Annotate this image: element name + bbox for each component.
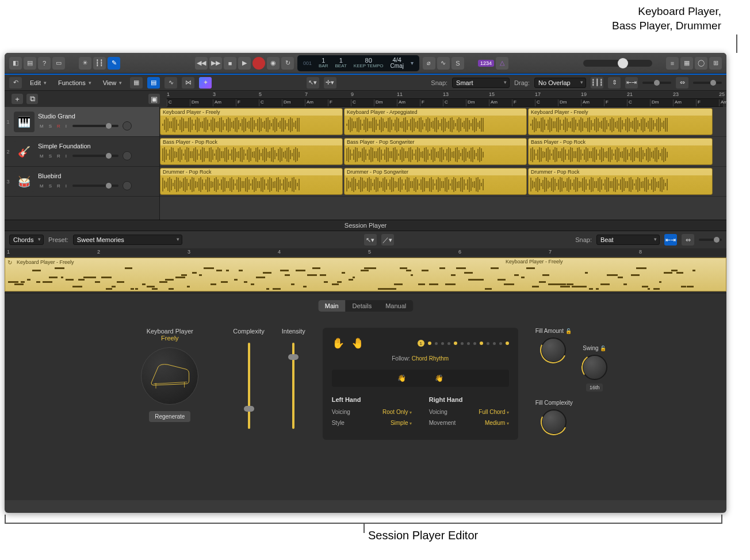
count-in-badge[interactable]: 1234 [478,60,494,67]
input-monitor-button[interactable]: I [64,183,68,189]
chord-label[interactable]: C [167,99,172,106]
transport-display[interactable]: 001 1BAR 1BEAT 80KEEP TEMPO 4/4Cmaj ▾ [297,55,419,71]
track-header-config-button[interactable]: ▣ [148,94,160,104]
record-enable-button[interactable]: R [55,154,62,159]
lh-style-value[interactable]: Simple [391,420,412,426]
library-button[interactable]: ◧ [9,57,22,70]
replace-button[interactable]: ⌀ [423,57,435,70]
chord-label[interactable]: C [535,99,540,106]
chord-label[interactable]: C [627,99,632,106]
browser-button[interactable]: ⊞ [709,57,722,70]
follow-value[interactable]: Chord Rhythm [412,355,449,362]
chord-label[interactable]: Am [581,99,590,106]
regenerate-button[interactable]: Regenerate [149,411,190,422]
volume-slider[interactable] [72,125,118,127]
solo-button[interactable]: S [47,183,53,189]
left-hand-icon[interactable]: ✋ [332,337,345,350]
region-row[interactable]: Drummer - Pop RockDrummer - Pop Songwrit… [160,167,726,197]
region[interactable]: Bass Player - Pop Rock [528,138,713,165]
dot-1[interactable]: 1 [418,340,424,347]
chord-label[interactable]: Am [305,99,313,106]
ai-button[interactable]: ✦ [199,77,212,89]
lh-voicing-value[interactable]: Root Only [382,409,412,415]
back-button[interactable]: ↶ [9,77,22,89]
metronome-button[interactable]: △ [496,57,508,70]
complexity-slider[interactable] [248,343,250,429]
track-header[interactable]: 3🥁BluebirdMSRI [5,167,159,197]
pan-knob[interactable] [123,181,132,190]
automation-button[interactable]: ∿ [164,77,177,89]
track-instrument-icon[interactable]: 🎹 [14,112,35,132]
region[interactable]: Drummer - Pop Rock [528,168,713,195]
sp-pointer-tool[interactable]: ↖▾ [364,234,377,246]
grid-button[interactable]: ▦ [130,77,143,89]
vzoom-button[interactable]: ⇕ [608,77,621,89]
pan-knob[interactable] [123,121,132,131]
help-button[interactable]: ? [38,57,51,70]
sp-link-button[interactable]: ⇔ [682,234,694,246]
region[interactable]: Keyboard Player - Freely [160,108,343,135]
chord-label[interactable]: Dm [558,99,567,106]
drag-select[interactable]: No Overlap [534,78,586,88]
rewind-button[interactable]: ◀◀ [195,57,208,70]
chord-label[interactable]: F [512,99,516,106]
functions-menu[interactable]: Functions [55,78,95,87]
mini-left-hand-icon[interactable]: 👋 [397,374,406,382]
capture-record-button[interactable]: ◉ [267,57,280,70]
edit-menu[interactable]: Edit [26,78,50,87]
mini-right-hand-icon[interactable]: 👋 [435,374,443,382]
master-volume-slider[interactable] [583,60,652,67]
record-enable-button[interactable]: R [55,183,62,189]
intensity-slider[interactable] [292,343,294,429]
chords-menu[interactable]: Chords [9,235,44,245]
tuner-button[interactable]: ∿ [437,57,450,70]
lock-icon[interactable] [599,345,607,351]
play-button[interactable]: ▶ [238,57,251,70]
fill-dots[interactable]: 1 [418,340,509,347]
duplicate-track-button[interactable]: ⧉ [26,94,38,104]
inspector-button[interactable]: ▤ [24,57,36,70]
snap-select[interactable]: Smart [452,78,510,88]
right-hand-icon[interactable]: 🤚 [351,337,364,350]
chord-label[interactable]: Am [213,99,221,106]
flex-button[interactable]: ⋈ [182,77,194,89]
sp-catch-button[interactable]: ⇤⇥ [664,234,677,246]
tab-manual[interactable]: Manual [378,300,413,312]
track-instrument-icon[interactable]: 🎸 [14,141,35,162]
loops-button[interactable]: ◯ [695,57,707,70]
chord-label[interactable]: C [351,99,356,106]
alt-tool[interactable]: ✛▾ [324,77,336,89]
chord-label[interactable]: C [259,99,264,106]
volume-slider[interactable] [72,185,118,187]
pointer-tool[interactable]: ↖▾ [307,77,319,89]
chord-label[interactable]: Am [673,99,682,106]
vzoom-slider[interactable] [642,82,671,84]
solo-button[interactable]: S [47,124,53,129]
toolbar-button[interactable]: ▭ [52,57,65,70]
link-zoom-button[interactable]: ⇔ [676,77,688,89]
swing-knob[interactable] [582,355,607,380]
volume-slider[interactable] [72,155,118,157]
chord-label[interactable]: Dm [466,99,475,106]
preset-select[interactable]: Sweet Memories [73,235,182,245]
chord-label[interactable]: F [604,99,609,106]
player-puck[interactable] [141,347,198,405]
region[interactable]: Bass Player - Pop Songwriter [344,138,527,165]
chord-label[interactable]: F [696,99,701,106]
rh-voicing-value[interactable]: Full Chord [479,409,508,415]
region[interactable]: Drummer - Pop Songwriter [344,168,527,195]
session-player-region[interactable]: ↻ Keyboard Player - Freely Keyboard Play… [5,258,726,291]
mute-button[interactable]: M [38,124,45,129]
list-editors-button[interactable]: ≡ [666,57,679,70]
chord-label[interactable]: Dm [374,99,382,106]
forward-button[interactable]: ▶▶ [209,57,222,70]
tab-details[interactable]: Details [346,300,379,312]
chord-label[interactable]: Am [397,99,405,106]
mute-button[interactable]: M [38,154,45,159]
mute-button[interactable]: M [38,183,45,189]
sp-zoom-slider[interactable] [699,239,722,241]
lock-icon[interactable] [564,328,572,334]
arrange-area[interactable]: Keyboard Player - FreelyKeyboard Player … [160,107,726,220]
record-enable-button[interactable]: R [55,124,62,129]
region-row[interactable]: Keyboard Player - FreelyKeyboard Player … [160,107,726,137]
